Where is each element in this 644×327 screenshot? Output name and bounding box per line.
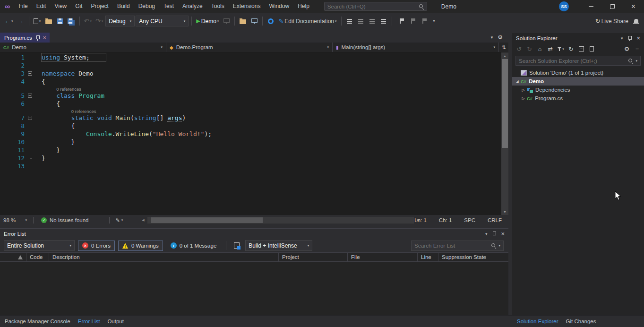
- toggle-bookmark-button[interactable]: [395, 16, 405, 27]
- code-line[interactable]: 2: [0, 61, 501, 69]
- member-dropdown[interactable]: ▮ Main(string[] args)▾: [333, 43, 499, 52]
- code-line[interactable]: 9 Console.WriteLine("Hello World!");: [0, 130, 501, 138]
- tree-item-dependencies[interactable]: ▷Dependencies: [512, 86, 644, 94]
- close-button[interactable]: ×: [623, 0, 644, 13]
- code-line[interactable]: 12}: [0, 154, 501, 162]
- document-well-settings-icon[interactable]: ⚙: [498, 34, 503, 41]
- preview-selected-items-icon[interactable]: −: [632, 44, 642, 54]
- pin-icon[interactable]: [492, 231, 496, 237]
- column-header-severity[interactable]: [0, 253, 26, 261]
- warnings-toggle-button[interactable]: 0 Warnings: [118, 241, 163, 251]
- column-header-code[interactable]: Code: [26, 253, 49, 261]
- code-line[interactable]: 13: [0, 162, 501, 170]
- collapse-region-icon[interactable]: −: [28, 94, 32, 98]
- error-list-search-input[interactable]: [414, 243, 489, 249]
- tab-close-icon[interactable]: ×: [43, 35, 46, 41]
- tab-pin-icon[interactable]: [35, 35, 40, 41]
- close-panel-icon[interactable]: ×: [636, 35, 640, 41]
- tree-expander-icon[interactable]: ◢: [514, 79, 520, 84]
- solution-explorer-search-input[interactable]: [519, 58, 626, 64]
- back-circle-icon[interactable]: ↺: [514, 44, 524, 54]
- comment-selection-button[interactable]: [344, 16, 355, 27]
- code-line[interactable]: 6 {: [0, 100, 501, 108]
- code-line[interactable]: 3−namespace Demo: [0, 69, 501, 77]
- forward-circle-icon[interactable]: ↻: [524, 44, 534, 54]
- search-options-icon[interactable]: ▾: [498, 244, 500, 248]
- tab-program-cs[interactable]: Program.cs ×: [0, 33, 50, 43]
- code-line[interactable]: 8 {: [0, 122, 501, 130]
- increase-indent-button[interactable]: [378, 16, 389, 27]
- panel-tab-error-list[interactable]: Error List: [74, 318, 104, 324]
- menu-debug[interactable]: Debug: [134, 0, 159, 13]
- solution-explorer-search-box[interactable]: ▾: [515, 56, 641, 66]
- menu-view[interactable]: View: [50, 0, 71, 13]
- decrease-indent-button[interactable]: [367, 16, 378, 27]
- tree-item-demo[interactable]: ◢C#Demo: [512, 77, 644, 86]
- source-filter-combo[interactable]: Build + IntelliSense▾: [245, 240, 312, 251]
- error-list-header[interactable]: Error List ▾ ×: [0, 229, 508, 239]
- start-debugging-button[interactable]: ▶ Demo ▾: [195, 16, 220, 27]
- edit-documentation-button[interactable]: ✎ Edit Documentation ▾: [277, 16, 338, 27]
- window-position-menu-icon[interactable]: ▾: [621, 36, 623, 41]
- menu-git[interactable]: Git: [71, 0, 86, 13]
- code-line[interactable]: 7− static void Main(string[] args): [0, 114, 501, 122]
- vertical-scroll-thumb[interactable]: [502, 59, 508, 148]
- code-line[interactable]: 10 }: [0, 138, 501, 146]
- window-position-menu-icon[interactable]: ▾: [485, 232, 488, 236]
- panel-tab-output[interactable]: Output: [103, 318, 128, 324]
- sync-with-active-document-icon[interactable]: ⇄: [545, 44, 555, 54]
- editor-horizontal-scrollbar[interactable]: [147, 217, 414, 224]
- errors-toggle-button[interactable]: × 0 Errors: [78, 241, 115, 251]
- codelens-references-link[interactable]: 0 references: [71, 109, 96, 114]
- uncomment-selection-button[interactable]: [356, 16, 366, 27]
- codelens-references-link[interactable]: 0 references: [56, 86, 81, 92]
- account-avatar[interactable]: SS: [559, 1, 569, 11]
- collapse-region-icon[interactable]: −: [28, 116, 32, 120]
- tree-expander-icon[interactable]: ▷: [520, 96, 526, 101]
- code-line[interactable]: 4{: [0, 77, 501, 86]
- error-list-body[interactable]: [0, 262, 508, 315]
- zoom-dropdown[interactable]: 98 %▾: [0, 215, 30, 225]
- menu-file[interactable]: File: [14, 0, 32, 13]
- refresh-icon[interactable]: ↻: [566, 44, 576, 54]
- type-dropdown[interactable]: ◆ Demo.Program▾: [166, 43, 333, 52]
- panel-tab-package-manager-console[interactable]: Package Manager Console: [1, 318, 74, 324]
- screenshot-tool-button[interactable]: [249, 16, 259, 27]
- menu-build[interactable]: Build: [113, 0, 134, 13]
- code-line[interactable]: 1using System;: [0, 53, 501, 61]
- project-dropdown[interactable]: C# Demo▾: [0, 43, 166, 52]
- column-header-description[interactable]: Description: [49, 253, 279, 261]
- save-button[interactable]: [55, 16, 65, 27]
- quick-search-input[interactable]: [327, 4, 419, 9]
- vertical-splitter[interactable]: [508, 29, 512, 315]
- code-cleanup-button[interactable]: ✎ ▾: [112, 218, 126, 223]
- menu-help[interactable]: Help: [293, 0, 314, 13]
- split-editor-icon[interactable]: ⇅: [499, 43, 508, 52]
- add-new-item-button[interactable]: [238, 16, 248, 27]
- scroll-left-icon[interactable]: ◀: [140, 217, 146, 224]
- code-editor[interactable]: 1using System;23−namespace Demo4{ 0 refe…: [0, 52, 508, 215]
- feedback-button[interactable]: [631, 16, 641, 27]
- solution-configurations-combo[interactable]: Debug▾: [105, 16, 135, 26]
- column-header-file[interactable]: File: [348, 253, 418, 261]
- previous-bookmark-button[interactable]: [406, 16, 417, 27]
- menu-edit[interactable]: Edit: [32, 0, 51, 13]
- close-panel-icon[interactable]: ×: [501, 231, 505, 237]
- editor-vertical-scrollbar[interactable]: ▲ ▼: [501, 52, 508, 215]
- scroll-down-icon[interactable]: ▼: [501, 208, 508, 215]
- live-share-button[interactable]: ↻ Live Share: [594, 16, 630, 27]
- menu-extensions[interactable]: Extensions: [229, 0, 265, 13]
- code-line[interactable]: 5− class Program: [0, 92, 501, 100]
- collapse-region-icon[interactable]: −: [28, 71, 32, 76]
- navigate-forward-button[interactable]: →: [16, 16, 26, 27]
- column-header-line[interactable]: Line: [418, 253, 438, 261]
- codelens-row[interactable]: 0 references: [0, 86, 501, 92]
- open-file-button[interactable]: [43, 16, 54, 27]
- line-ending-indicator[interactable]: CRLF: [488, 217, 502, 223]
- new-file-button[interactable]: ▾: [32, 16, 43, 27]
- solution-platforms-combo[interactable]: Any CPU▾: [136, 16, 189, 26]
- horizontal-scroll-thumb[interactable]: [151, 217, 263, 223]
- active-files-dropdown-icon[interactable]: ▾: [491, 35, 493, 40]
- menu-project[interactable]: Project: [87, 0, 113, 13]
- restore-button[interactable]: [601, 0, 623, 13]
